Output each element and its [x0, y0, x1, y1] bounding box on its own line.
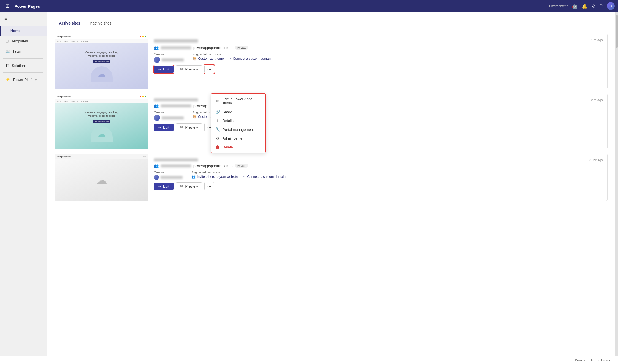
- layout: ≡ ⌂ Home ⊡ Templates 📖 Learn ◧ Solutions…: [0, 12, 618, 356]
- site-people-icon-3: 👥: [154, 164, 159, 168]
- site-card-3: Company name Home ☁ 23 hr ago 👥 powerap: [55, 154, 608, 201]
- site-content-1: 1 m ago 👥 powerappsportals.com - Private: [148, 34, 607, 78]
- solutions-icon: ◧: [5, 63, 9, 68]
- context-menu: ✏ Edit in Power Apps studio 🔗 Share ℹ De…: [211, 93, 266, 153]
- site-tabs: Active sites Inactive sites: [55, 19, 608, 28]
- bot-icon[interactable]: 🤖: [572, 4, 578, 9]
- sidebar-item-learn[interactable]: 📖 Learn: [0, 46, 47, 57]
- site-card-2: Company name Home Pages Contact us More …: [55, 94, 608, 149]
- site-timestamp-3: 23 hr ago: [589, 158, 603, 162]
- next-steps-label-1: Suggested next steps: [193, 53, 271, 56]
- topbar-right: Environment 🤖 🔔 ⚙ ? U: [549, 2, 615, 10]
- power-platform-icon: ⚡: [5, 77, 10, 82]
- site-badge-3: Private: [235, 164, 248, 168]
- terms-link[interactable]: Terms of service: [590, 358, 612, 362]
- site-people-icon-1: 👥: [154, 45, 159, 50]
- edit-button-2[interactable]: ✏ Edit: [154, 124, 174, 131]
- site-content-3: 23 hr ago 👥 powerappsportals.com - Priva…: [148, 154, 607, 195]
- next-step-2a[interactable]: 🎨 Custom...: [193, 115, 212, 119]
- environment-label: Environment: [549, 4, 568, 8]
- learn-icon: 📖: [5, 49, 10, 54]
- site-url-2: powerap...: [193, 104, 210, 108]
- edit-power-apps-icon: ✏: [215, 99, 219, 103]
- site-url-row-1: 👥 powerappsportals.com - Private: [154, 45, 602, 50]
- preview-button-3[interactable]: 👁 Preview: [176, 182, 202, 190]
- notification-icon[interactable]: 🔔: [582, 4, 587, 9]
- site-card-1: Company name Home Pages Contact us More …: [55, 34, 608, 89]
- next-step-3b[interactable]: ↔ Connect a custom domain: [242, 175, 285, 179]
- site-actions-3: ✏ Edit 👁 Preview •••: [154, 182, 602, 190]
- site-meta-3: Creator Suggested next steps 👥 Invite ot…: [154, 171, 602, 180]
- sidebar-label-solutions: Solutions: [12, 64, 26, 68]
- help-icon[interactable]: ?: [600, 4, 603, 9]
- preview-button-1[interactable]: 👁 Preview: [176, 65, 202, 73]
- site-thumbnail-1: Company name Home Pages Contact us More …: [55, 34, 148, 89]
- sidebar-item-power-platform[interactable]: ⚡ Power Platform: [0, 74, 47, 85]
- menu-item-delete[interactable]: 🗑 Delete: [211, 143, 265, 151]
- site-timestamp-1: 1 m ago: [591, 38, 603, 42]
- avatar[interactable]: U: [607, 2, 615, 10]
- home-icon: ⌂: [5, 28, 8, 33]
- more-button-3[interactable]: •••: [204, 182, 215, 190]
- share-icon: 🔗: [215, 110, 220, 114]
- site-url-3: powerappsportals.com: [193, 164, 229, 168]
- site-url-1: powerappsportals.com: [193, 46, 229, 50]
- creator-avatar-2: [154, 115, 160, 121]
- main-content: Active sites Inactive sites Company name: [47, 12, 615, 356]
- sidebar-label-power-platform: Power Platform: [13, 78, 38, 82]
- tab-active-sites[interactable]: Active sites: [55, 19, 85, 28]
- site-timestamp-2: 2 m ago: [591, 98, 603, 102]
- next-step-1b[interactable]: ↔ Connect a custom domain: [228, 57, 271, 61]
- waffle-icon[interactable]: ⊞: [3, 2, 11, 10]
- sidebar-label-learn: Learn: [13, 50, 22, 54]
- edit-button-1[interactable]: ✏ Edit: [154, 66, 174, 73]
- details-icon: ℹ: [215, 118, 220, 123]
- creator-label-3: Creator: [154, 171, 183, 174]
- more-button-1[interactable]: •••: [204, 65, 215, 73]
- menu-item-admin-center[interactable]: ⚙ Admin center: [211, 134, 265, 143]
- site-title-blur-1: [154, 38, 198, 43]
- sidebar-item-home[interactable]: ⌂ Home: [0, 26, 47, 36]
- portal-mgmt-icon: 🔧: [215, 127, 220, 132]
- creator-avatar-3: [154, 175, 159, 180]
- topbar: ⊞ Power Pages Environment 🤖 🔔 ⚙ ? U: [0, 0, 618, 12]
- delete-icon: 🗑: [215, 145, 220, 149]
- hamburger-icon[interactable]: ≡: [0, 14, 47, 25]
- app-title: Power Pages: [14, 4, 40, 9]
- next-step-3a[interactable]: 👥 Invite others to your website: [191, 175, 238, 179]
- sidebar-item-templates[interactable]: ⊡ Templates: [0, 36, 47, 46]
- templates-icon: ⊡: [5, 39, 9, 44]
- creator-avatar-1: [154, 57, 160, 63]
- creator-label-1: Creator: [154, 53, 184, 56]
- site-people-icon-2: 👥: [154, 104, 159, 108]
- thumbnail-nav-bar: Company name: [55, 34, 148, 39]
- site-badge-1: Private: [235, 46, 248, 50]
- next-step-1a[interactable]: 🎨 Customize theme: [193, 57, 224, 61]
- site-meta-1: Creator Suggested next steps 🎨 Customize…: [154, 53, 602, 63]
- footer: Privacy Terms of service: [0, 356, 618, 364]
- sidebar-label-home: Home: [10, 29, 20, 33]
- settings-icon[interactable]: ⚙: [592, 4, 596, 9]
- menu-item-edit-power-apps[interactable]: ✏ Edit in Power Apps studio: [211, 95, 265, 107]
- menu-item-portal-management[interactable]: 🔧 Portal management: [211, 125, 265, 134]
- sidebar-divider-2: [3, 72, 43, 73]
- sidebar: ≡ ⌂ Home ⊡ Templates 📖 Learn ◧ Solutions…: [0, 12, 47, 356]
- edit-button-3[interactable]: ✏ Edit: [154, 183, 174, 190]
- site-actions-1: ✏ Edit 👁 Preview •••: [154, 65, 602, 73]
- site-url-row-3: 👥 powerappsportals.com - Private: [154, 164, 602, 168]
- tab-inactive-sites[interactable]: Inactive sites: [85, 19, 116, 28]
- next-steps-label-3: Suggested next steps: [191, 171, 286, 174]
- scrollbar-thumb[interactable]: [616, 15, 618, 48]
- sidebar-label-templates: Templates: [12, 39, 28, 43]
- sidebar-divider-1: [3, 58, 43, 59]
- site-thumbnail-2: Company name Home Pages Contact us More …: [55, 94, 148, 149]
- preview-button-2[interactable]: 👁 Preview: [176, 123, 202, 131]
- site-thumbnail-3: Company name Home ☁: [55, 154, 148, 201]
- privacy-link[interactable]: Privacy: [575, 358, 585, 362]
- admin-center-icon: ⚙: [215, 136, 220, 140]
- creator-label-2: Creator: [154, 111, 184, 114]
- sidebar-item-solutions[interactable]: ◧ Solutions: [0, 60, 47, 71]
- menu-item-share[interactable]: 🔗 Share: [211, 107, 265, 116]
- scrollbar[interactable]: [615, 12, 618, 356]
- menu-item-details[interactable]: ℹ Details: [211, 116, 265, 125]
